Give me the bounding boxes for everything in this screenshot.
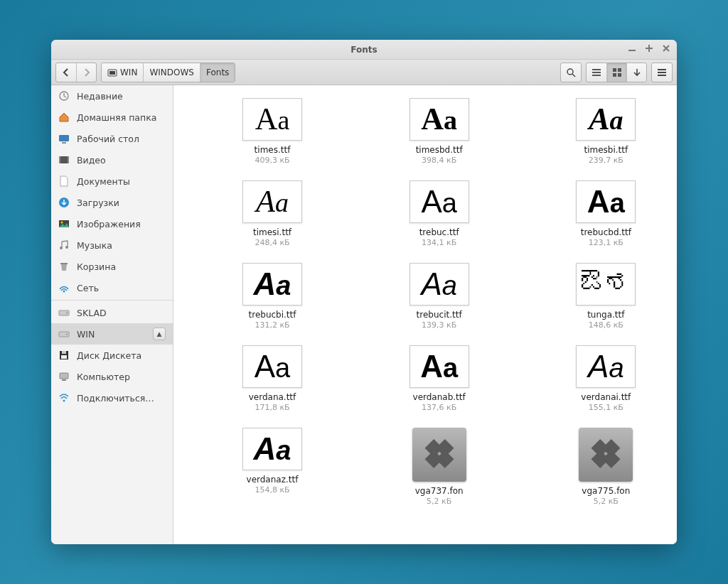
svg-rect-11 [618, 68, 621, 72]
font-thumbnail-icon: Aa [242, 98, 302, 141]
desktop-icon [58, 133, 70, 144]
sidebar-item-label: Изображения [77, 219, 166, 229]
forward-button[interactable] [76, 63, 96, 82]
breadcrumb-item[interactable]: WINDOWS [144, 63, 200, 82]
svg-rect-19 [62, 142, 66, 144]
eject-icon[interactable]: ▲ [153, 328, 166, 340]
sidebar-item[interactable]: Сеть [51, 277, 173, 298]
sidebar-item[interactable]: Недавние [51, 85, 173, 107]
clock-icon [58, 90, 70, 102]
maximize-button[interactable] [644, 43, 654, 53]
svg-rect-0 [628, 50, 636, 51]
file-size: 137,6 кБ [422, 403, 456, 412]
font-thumbnail-icon: Aa [410, 263, 469, 305]
document-icon [58, 175, 70, 187]
hamburger-menu-button[interactable] [652, 63, 672, 82]
file-name: verdanai.ttf [581, 392, 631, 402]
file-item[interactable]: Aatimes.ttf409,3 кБ [226, 98, 318, 165]
breadcrumb-current[interactable]: Fonts [200, 63, 235, 82]
window-title: Fonts [350, 45, 377, 55]
sidebar-item[interactable]: WIN▲ [51, 323, 173, 345]
sidebar-item[interactable]: Музыка [51, 234, 173, 256]
network-icon [58, 282, 70, 293]
svg-point-33 [66, 334, 68, 335]
file-size: 239,7 кБ [589, 156, 623, 165]
grid-view-button[interactable] [606, 63, 626, 82]
font-thumbnail-icon: ಔಶ [576, 263, 636, 305]
file-item[interactable]: Aatrebucbd.ttf123,1 кБ [560, 180, 652, 247]
svg-rect-4 [109, 71, 115, 75]
sidebar-item[interactable]: Диск Дискета [51, 345, 173, 366]
file-size: 5,2 кБ [594, 497, 619, 506]
file-size: 155,1 кБ [589, 403, 623, 412]
svg-rect-16 [658, 75, 666, 76]
dropdown-view-button[interactable] [626, 63, 646, 82]
file-name: trebucbi.ttf [249, 310, 296, 320]
file-item[interactable]: ಔಶtunga.ttf148,6 кБ [560, 263, 652, 330]
sidebar-item[interactable]: Видео [51, 149, 173, 171]
font-thumbnail-icon: Aa [242, 428, 302, 470]
search-group [560, 63, 582, 82]
file-item[interactable]: Aaverdanaz.ttf154,8 кБ [226, 428, 318, 506]
nav-buttons [55, 63, 97, 82]
svg-rect-10 [613, 68, 616, 72]
sidebar-item[interactable]: Компьютер [51, 366, 173, 387]
file-name: verdanaz.ttf [247, 475, 299, 485]
sidebar-item-label: Домашняя папка [77, 112, 166, 123]
file-item[interactable]: Aatimesbd.ttf398,4 кБ [393, 98, 486, 165]
video-icon [58, 154, 70, 166]
font-thumbnail-icon: Aa [242, 263, 302, 305]
font-thumbnail-icon: Aa [242, 180, 302, 223]
file-item[interactable]: vga775.fon5,2 кБ [560, 428, 652, 506]
titlebar: Fonts [51, 40, 677, 60]
computer-icon [58, 371, 70, 382]
file-item[interactable]: Aatrebucit.ttf139,3 кБ [393, 263, 486, 330]
svg-point-29 [63, 291, 65, 293]
sidebar-item[interactable]: Загрузки [51, 192, 173, 213]
sidebar-item[interactable]: Корзина [51, 256, 173, 277]
file-manager-window: Fonts WI [51, 40, 677, 544]
file-item[interactable]: Aaverdanab.ttf137,6 кБ [393, 345, 486, 412]
file-size: 148,6 кБ [589, 320, 623, 330]
content-area[interactable]: Aatimes.ttf409,3 кБAatimesbd.ttf398,4 кБ… [173, 85, 677, 544]
file-item[interactable]: Aatimesbi.ttf239,7 кБ [560, 98, 652, 165]
close-button[interactable] [661, 43, 671, 53]
view-group [586, 63, 647, 82]
sidebar-item[interactable]: Изображения [51, 213, 173, 234]
wifi-icon [58, 392, 70, 404]
svg-rect-18 [59, 135, 69, 141]
file-item[interactable]: Aaverdanai.ttf155,1 кБ [560, 345, 652, 412]
sidebar-item[interactable]: Домашняя папка [51, 107, 173, 128]
file-item[interactable]: Aatrebucbi.ttf131,2 кБ [226, 263, 318, 330]
file-name: vga775.fon [582, 486, 630, 496]
sidebar-item[interactable]: SKLAD [51, 302, 173, 323]
font-thumbnail-icon: Aa [410, 180, 469, 223]
font-thumbnail-icon: Aa [410, 98, 469, 141]
file-size: 409,3 кБ [255, 156, 289, 165]
file-item[interactable]: Aatrebuc.ttf134,1 кБ [393, 180, 486, 247]
breadcrumb-root[interactable]: WIN [102, 63, 144, 82]
file-item[interactable]: Aaverdana.ttf171,8 кБ [226, 345, 318, 412]
minimize-button[interactable] [627, 43, 637, 53]
file-item[interactable]: vga737.fon5,2 кБ [393, 428, 486, 506]
file-name: verdana.ttf [249, 392, 296, 402]
home-icon [58, 112, 70, 123]
sidebar-item-label: Подключиться… [77, 393, 166, 404]
sidebar-item[interactable]: Документы [51, 171, 173, 192]
svg-rect-9 [592, 75, 601, 76]
file-name: tunga.ttf [587, 310, 624, 320]
svg-rect-37 [60, 373, 68, 379]
sidebar-item-label: SKLAD [77, 308, 166, 318]
sidebar-item-label: Корзина [77, 261, 166, 272]
sidebar-item[interactable]: Рабочий стол [51, 128, 173, 149]
back-button[interactable] [56, 63, 76, 82]
sidebar-item-label: Диск Дискета [77, 350, 166, 361]
font-thumbnail-icon: Aa [576, 98, 636, 141]
file-name: timesbi.ttf [584, 145, 628, 155]
file-name: trebucit.ttf [417, 310, 462, 320]
search-button[interactable] [561, 63, 581, 82]
file-item[interactable]: Aatimesi.ttf248,4 кБ [226, 180, 318, 247]
sidebar-item[interactable]: Подключиться… [51, 387, 173, 409]
file-size: 5,2 кБ [427, 497, 451, 506]
list-view-button[interactable] [587, 63, 606, 82]
